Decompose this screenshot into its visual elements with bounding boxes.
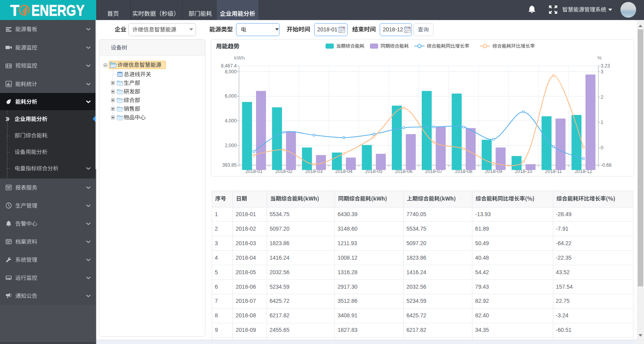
svg-text:6,000: 6,000 <box>225 93 237 99</box>
svg-text:2,000: 2,000 <box>225 143 237 148</box>
svg-text:2: 2 <box>601 95 604 100</box>
svg-text:T: T <box>10 2 19 19</box>
svg-text:ENERGY: ENERGY <box>31 2 84 19</box>
svg-text:0: 0 <box>601 145 604 151</box>
svg-text:1: 1 <box>601 120 604 125</box>
svg-text:8,467.4: 8,467.4 <box>221 63 237 69</box>
svg-text:-0.68: -0.68 <box>601 162 612 168</box>
svg-text:393.85: 393.85 <box>222 162 237 168</box>
svg-text:kWh: kWh <box>234 55 245 61</box>
svg-text:3.23: 3.23 <box>601 63 610 69</box>
svg-text:4,000: 4,000 <box>225 118 237 124</box>
svg-text:8,000: 8,000 <box>225 69 237 75</box>
svg-text:3: 3 <box>601 69 604 75</box>
svg-text:%: % <box>597 55 602 61</box>
